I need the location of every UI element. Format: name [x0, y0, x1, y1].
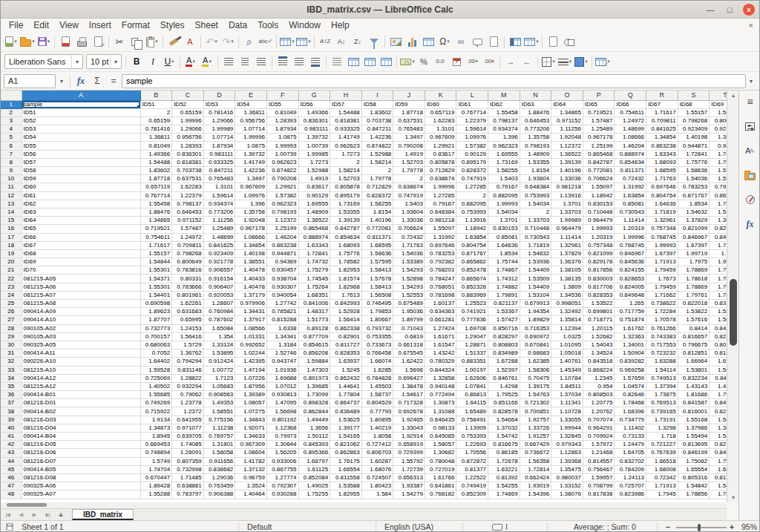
- row-label-cell[interactable]: ID70: [22, 266, 140, 275]
- cell[interactable]: 0.807359: [172, 457, 204, 465]
- menu-edit[interactable]: Edit: [28, 19, 54, 31]
- cell[interactable]: 1.05018: [551, 349, 583, 358]
- cell[interactable]: 0.637531: [172, 175, 204, 183]
- cell[interactable]: 1.48909: [298, 208, 330, 216]
- cell[interactable]: 0.800649: [172, 258, 204, 266]
- cell[interactable]: 0.863238: [266, 241, 298, 249]
- cell[interactable]: 1.5696: [393, 366, 425, 374]
- styles-icon[interactable]: A: [741, 142, 759, 159]
- cell[interactable]: 0.816657: [678, 332, 710, 341]
- cell[interactable]: 1.74732: [298, 258, 330, 266]
- increase-indent-button[interactable]: →: [502, 53, 519, 70]
- cell[interactable]: 0.841587: [678, 399, 710, 407]
- cell[interactable]: 0.817856: [583, 266, 615, 275]
- row-label-cell[interactable]: 081215-A05: [22, 275, 140, 283]
- cell[interactable]: 1.9134: [140, 416, 172, 424]
- cell[interactable]: 1.22379: [172, 191, 204, 200]
- cell[interactable]: 1.89623: [140, 308, 172, 316]
- cell[interactable]: 0.874822: [361, 142, 393, 150]
- row-header-38[interactable]: 38: [1, 407, 22, 416]
- row-label-cell[interactable]: 090105-A03: [22, 332, 140, 341]
- cell[interactable]: 0.761266: [646, 324, 678, 332]
- cell[interactable]: 0.862844: [298, 407, 330, 416]
- cell[interactable]: 1.73169: [488, 158, 520, 166]
- cell[interactable]: 0.767714: [456, 108, 488, 116]
- cell[interactable]: 0.783797: [172, 490, 204, 499]
- cell[interactable]: 0.865468: [298, 225, 330, 233]
- cell[interactable]: 1.71485: [172, 473, 204, 482]
- cell[interactable]: 1.75744: [710, 200, 727, 208]
- cell[interactable]: 1.56205: [266, 449, 298, 457]
- column-header-O[interactable]: O: [551, 91, 583, 100]
- cell[interactable]: 0.696427: [393, 374, 425, 382]
- cell[interactable]: 1.12372: [266, 217, 298, 225]
- cell[interactable]: 1.7945: [646, 490, 678, 499]
- cell[interactable]: 1.88476: [140, 208, 172, 216]
- cell[interactable]: 0.842913: [710, 324, 727, 332]
- cell[interactable]: 0.992652: [235, 341, 267, 349]
- headers-and-footers-button[interactable]: [485, 33, 502, 50]
- border-style-button[interactable]: ▾: [557, 53, 573, 70]
- cell[interactable]: 0.743383: [646, 332, 678, 341]
- cell[interactable]: 0.824155: [615, 266, 646, 275]
- cell[interactable]: 0.769513: [646, 399, 678, 407]
- cell[interactable]: 0.690598: [140, 300, 172, 308]
- sidebar-settings-icon[interactable]: ≡: [741, 93, 759, 110]
- cell[interactable]: 1.4919: [393, 150, 425, 158]
- row-label-cell[interactable]: 081215-A07: [22, 291, 140, 299]
- cell[interactable]: 1.75744: [488, 258, 520, 266]
- wrap-text-button[interactable]: [329, 53, 345, 70]
- cell[interactable]: 1.58636: [361, 249, 393, 257]
- cell[interactable]: 1.68076: [361, 465, 393, 473]
- cell[interactable]: 0.851166: [488, 399, 520, 407]
- cell[interactable]: 0.751874: [615, 316, 646, 324]
- cell[interactable]: 0.707074: [583, 416, 615, 424]
- cell[interactable]: 0.72432: [615, 175, 646, 183]
- cell[interactable]: 1.87718: [393, 108, 425, 116]
- cell[interactable]: 1.78582: [710, 158, 727, 166]
- cell[interactable]: 1.8945: [140, 433, 172, 441]
- row-label-cell[interactable]: ID67: [22, 241, 140, 249]
- cell[interactable]: 0.727412: [361, 441, 393, 449]
- cell[interactable]: 1.27424: [425, 324, 456, 332]
- dropdown-arrow-icon[interactable]: ▾: [308, 39, 311, 45]
- cell[interactable]: 1.08666: [615, 134, 646, 142]
- row-label-cell[interactable]: 090414-B04: [22, 433, 140, 441]
- column-header-C[interactable]: C: [172, 91, 204, 100]
- cell[interactable]: 0.81049: [266, 108, 298, 116]
- cell[interactable]: ID65: [583, 100, 615, 108]
- cell[interactable]: 1.12372: [551, 142, 583, 150]
- cell[interactable]: 0.817706: [583, 283, 615, 291]
- cell[interactable]: 1.28393: [266, 116, 298, 125]
- properties-icon[interactable]: [741, 118, 759, 134]
- cell[interactable]: 0.921778: [710, 125, 727, 134]
- cell[interactable]: 1.10784: [551, 374, 583, 382]
- cell[interactable]: 1.07012: [266, 382, 298, 390]
- cell[interactable]: 0.821062: [330, 441, 362, 449]
- cell[interactable]: 0.730543: [520, 233, 551, 241]
- row-header-28[interactable]: 28: [1, 324, 22, 332]
- cell[interactable]: 0.753393: [456, 433, 488, 441]
- cell[interactable]: 1.71819: [520, 241, 551, 249]
- cell[interactable]: 0.848292: [710, 449, 727, 457]
- selection-summary[interactable]: Average: ; Sum: 0: [574, 521, 636, 532]
- cell[interactable]: 1.53518: [710, 308, 727, 316]
- cell[interactable]: 1.78468: [615, 399, 646, 407]
- cell[interactable]: 0.888974: [615, 150, 646, 158]
- cell[interactable]: 0.670841: [520, 341, 551, 349]
- row-label-cell[interactable]: ID69: [22, 258, 140, 266]
- dropdown-arrow-icon[interactable]: ▾: [14, 39, 17, 45]
- cell[interactable]: 1.58255: [488, 167, 520, 175]
- cell[interactable]: 1.54396: [520, 490, 551, 499]
- row-header-12[interactable]: 12: [1, 191, 22, 200]
- cell[interactable]: 0.998051: [551, 300, 583, 308]
- cell[interactable]: 0.72432: [393, 233, 425, 241]
- cell[interactable]: 0.981218: [425, 217, 456, 225]
- cell[interactable]: 0.719521: [583, 108, 615, 116]
- cell[interactable]: 1.37829: [678, 217, 710, 225]
- cell[interactable]: 0.792382: [710, 183, 727, 191]
- cell[interactable]: 0.930307: [266, 283, 298, 291]
- cell[interactable]: 0.895366: [298, 449, 330, 457]
- language[interactable]: English (USA): [384, 521, 433, 532]
- cell[interactable]: 1.37034: [551, 391, 583, 399]
